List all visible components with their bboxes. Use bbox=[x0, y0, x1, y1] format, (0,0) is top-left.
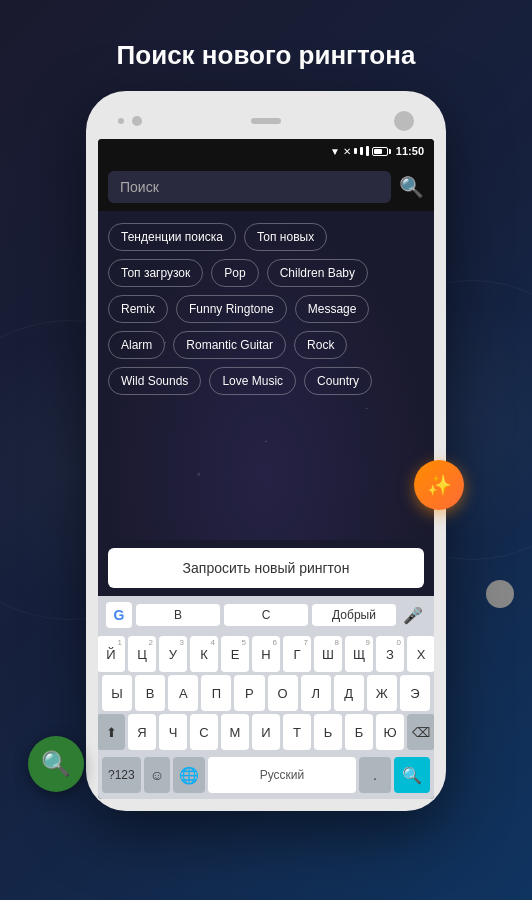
phone-top-right bbox=[394, 111, 414, 131]
right-decorative-circle bbox=[486, 580, 514, 608]
key-п[interactable]: П bbox=[201, 675, 231, 711]
key-ж[interactable]: Ж bbox=[367, 675, 397, 711]
phone-camera bbox=[132, 116, 142, 126]
google-logo: G bbox=[106, 602, 132, 628]
period-key[interactable]: . bbox=[359, 757, 391, 793]
keyboard-row-2: Ы В А П Р О Л Д Ж Э bbox=[102, 675, 430, 711]
search-placeholder-text: Поиск bbox=[120, 179, 379, 195]
battery-icon bbox=[372, 147, 388, 156]
shift-key[interactable]: ⬆ bbox=[98, 714, 125, 750]
key-а[interactable]: А bbox=[168, 675, 198, 711]
fireworks-icon: ✨ bbox=[427, 473, 452, 497]
keyboard-search-button[interactable]: 🔍 bbox=[394, 757, 430, 793]
suggestion-b[interactable]: B bbox=[136, 604, 220, 626]
tag-country[interactable]: Country bbox=[304, 367, 372, 395]
key-у[interactable]: 3У bbox=[159, 636, 187, 672]
key-в[interactable]: В bbox=[135, 675, 165, 711]
status-icons: ▼ ✕ bbox=[330, 146, 388, 157]
tag-romantic-guitar[interactable]: Romantic Guitar bbox=[173, 331, 286, 359]
phone-frame: ▼ ✕ 11:50 Поиск 🔍 Тенденции поиска bbox=[86, 91, 446, 811]
space-key[interactable]: Русский bbox=[208, 757, 356, 793]
signal-bar-3 bbox=[366, 146, 369, 156]
tag-pop[interactable]: Pop bbox=[211, 259, 258, 287]
key-о[interactable]: О bbox=[268, 675, 298, 711]
tag-message[interactable]: Message bbox=[295, 295, 370, 323]
signal-bar-2 bbox=[360, 147, 363, 155]
suggestion-c[interactable]: C bbox=[224, 604, 308, 626]
key-ц[interactable]: 2Ц bbox=[128, 636, 156, 672]
tags-area: Тенденции поиска Топ новых Топ загрузок … bbox=[98, 211, 434, 540]
key-м[interactable]: М bbox=[221, 714, 249, 750]
emoji-key[interactable]: ☺ bbox=[144, 757, 170, 793]
signal-bar-1 bbox=[354, 148, 357, 154]
key-б[interactable]: Б bbox=[345, 714, 373, 750]
key-э[interactable]: Э bbox=[400, 675, 430, 711]
keyboard-row-3: ⬆ Я Ч С М И Т Ь Б Ю ⌫ bbox=[102, 714, 430, 750]
search-input-container[interactable]: Поиск bbox=[108, 171, 391, 203]
bottom-search-icon: 🔍 bbox=[41, 750, 71, 778]
tag-funny-ringtone[interactable]: Funny Ringtone bbox=[176, 295, 287, 323]
tag-top-new[interactable]: Топ новых bbox=[244, 223, 327, 251]
tags-row-5: Wild Sounds Love Music Country bbox=[108, 367, 424, 395]
phone-speaker bbox=[118, 118, 124, 124]
key-я[interactable]: Я bbox=[128, 714, 156, 750]
tag-rock[interactable]: Rock bbox=[294, 331, 347, 359]
tag-alarm[interactable]: Alarm bbox=[108, 331, 165, 359]
key-е[interactable]: 5Е bbox=[221, 636, 249, 672]
key-ю[interactable]: Ю bbox=[376, 714, 404, 750]
mic-icon[interactable]: 🎤 bbox=[400, 602, 426, 628]
key-х[interactable]: Х bbox=[407, 636, 434, 672]
key-ы[interactable]: Ы bbox=[102, 675, 132, 711]
phone-screen: ▼ ✕ 11:50 Поиск 🔍 Тенденции поиска bbox=[98, 139, 434, 799]
tag-children-baby[interactable]: Children Baby bbox=[267, 259, 368, 287]
key-г[interactable]: 7Г bbox=[283, 636, 311, 672]
key-ш[interactable]: 8Ш bbox=[314, 636, 342, 672]
fab-fireworks-button[interactable]: ✨ bbox=[414, 460, 464, 510]
num-key[interactable]: ?123 bbox=[102, 757, 141, 793]
status-time: 11:50 bbox=[396, 145, 424, 157]
key-и[interactable]: И bbox=[252, 714, 280, 750]
keyboard-row-1: 1Й 2Ц 3У 4К 5Е 6Н 7Г 8Ш 9Щ 0З Х bbox=[102, 636, 430, 672]
request-new-ringtone-button[interactable]: Запросить новый рингтон bbox=[108, 548, 424, 588]
key-й[interactable]: 1Й bbox=[98, 636, 125, 672]
search-bar[interactable]: Поиск 🔍 bbox=[98, 163, 434, 211]
phone-top-bar bbox=[98, 103, 434, 139]
key-к[interactable]: 4К bbox=[190, 636, 218, 672]
tags-row-2: Топ загрузок Pop Children Baby bbox=[108, 259, 424, 287]
keyboard[interactable]: G B C Добрый 🎤 1Й 2Ц 3У 4К 5Е 6Н 7Г 8Ш bbox=[98, 596, 434, 799]
tag-remix[interactable]: Remix bbox=[108, 295, 168, 323]
tags-row-1: Тенденции поиска Топ новых bbox=[108, 223, 424, 251]
key-н[interactable]: 6Н bbox=[252, 636, 280, 672]
keyboard-bottom-row: ?123 ☺ 🌐 Русский . 🔍 bbox=[98, 755, 434, 799]
key-щ[interactable]: 9Щ bbox=[345, 636, 373, 672]
wifi-icon: ▼ bbox=[330, 146, 340, 157]
key-ч[interactable]: Ч bbox=[159, 714, 187, 750]
battery-fill bbox=[374, 149, 382, 154]
key-д[interactable]: Д bbox=[334, 675, 364, 711]
bottom-search-circle[interactable]: 🔍 bbox=[28, 736, 84, 792]
key-ь[interactable]: Ь bbox=[314, 714, 342, 750]
keyboard-top-row: G B C Добрый 🎤 bbox=[98, 596, 434, 634]
search-submit-icon[interactable]: 🔍 bbox=[399, 175, 424, 199]
request-btn-container: Запросить новый рингтон bbox=[98, 540, 434, 596]
status-bar: ▼ ✕ 11:50 bbox=[98, 139, 434, 163]
key-р[interactable]: Р bbox=[234, 675, 264, 711]
tag-trending[interactable]: Тенденции поиска bbox=[108, 223, 236, 251]
phone-sensor bbox=[251, 118, 281, 124]
page-title: Поиск нового рингтона bbox=[117, 40, 416, 71]
tags-row-3: Remix Funny Ringtone Message bbox=[108, 295, 424, 323]
key-з[interactable]: 0З bbox=[376, 636, 404, 672]
key-т[interactable]: Т bbox=[283, 714, 311, 750]
key-с[interactable]: С bbox=[190, 714, 218, 750]
tag-wild-sounds[interactable]: Wild Sounds bbox=[108, 367, 201, 395]
globe-key[interactable]: 🌐 bbox=[173, 757, 205, 793]
x-icon: ✕ bbox=[343, 146, 351, 157]
suggestion-good[interactable]: Добрый bbox=[312, 604, 396, 626]
tags-row-4: Alarm Romantic Guitar Rock bbox=[108, 331, 424, 359]
key-л[interactable]: Л bbox=[301, 675, 331, 711]
backspace-key[interactable]: ⌫ bbox=[407, 714, 434, 750]
tag-top-downloads[interactable]: Топ загрузок bbox=[108, 259, 203, 287]
keyboard-rows: 1Й 2Ц 3У 4К 5Е 6Н 7Г 8Ш 9Щ 0З Х Ы В А bbox=[98, 634, 434, 755]
phone-camera-area bbox=[118, 116, 142, 126]
tag-love-music[interactable]: Love Music bbox=[209, 367, 296, 395]
